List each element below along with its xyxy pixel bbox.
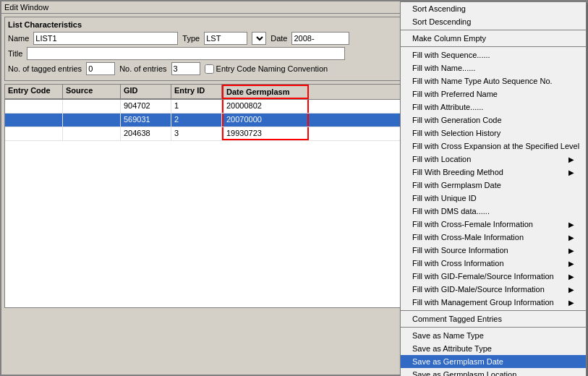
cell-source xyxy=(63,114,121,127)
naming-checkbox-label[interactable]: Entry Code Naming Convention xyxy=(205,64,328,74)
type-select[interactable]: ▼ xyxy=(252,32,266,45)
date-label: Date xyxy=(270,34,287,43)
menu-sort-descending[interactable]: Sort Descending xyxy=(401,15,586,28)
menu-label: Make Column Empty xyxy=(412,34,486,43)
submenu-arrow: ▶ xyxy=(568,299,574,307)
submenu-arrow: ▶ xyxy=(568,168,574,176)
menu-label: Fill with Unique ID xyxy=(412,194,477,202)
menu-label: Fill with Management Group Information xyxy=(412,298,554,307)
menu-fill-gid-female[interactable]: Fill with GID-Female/Source Information … xyxy=(401,270,586,283)
menu-fill-selection-history[interactable]: Fill with Selection History xyxy=(401,127,586,140)
menu-label: Fill With Breeding Method xyxy=(412,168,503,176)
menu-label: Sort Descending xyxy=(412,17,471,26)
type-input[interactable] xyxy=(204,32,247,45)
edit-window: Edit Window List Characteristics Name Ty… xyxy=(0,0,588,376)
type-label: Type xyxy=(182,34,200,43)
menu-label: Fill with Cross Expansion at the Specifi… xyxy=(412,142,579,150)
context-menu: Sort Ascending Sort Descending Make Colu… xyxy=(400,1,587,376)
submenu-arrow: ▶ xyxy=(568,234,574,242)
menu-label: Fill with GID-Male/Source Information xyxy=(412,285,545,294)
menu-fill-cross-info[interactable]: Fill with Cross Information ▶ xyxy=(401,257,586,270)
menu-label: Fill with Source Information xyxy=(412,246,508,255)
title-input[interactable] xyxy=(27,47,345,60)
menu-label: Fill with Cross Information xyxy=(412,259,504,268)
menu-label: Fill with Name...... xyxy=(412,64,475,72)
name-input[interactable] xyxy=(33,32,178,45)
menu-fill-preferred-name[interactable]: Fill with Preferred Name xyxy=(401,87,586,101)
menu-sort-ascending[interactable]: Sort Ascending xyxy=(401,2,586,15)
menu-fill-germplasm-date[interactable]: Fill with Germplasm Date xyxy=(401,179,586,192)
menu-label: Save as Germplasm Location xyxy=(412,370,516,376)
submenu-arrow: ▶ xyxy=(568,260,574,268)
separator xyxy=(401,46,586,47)
menu-fill-attribute[interactable]: Fill with Attribute...... xyxy=(401,101,586,114)
menu-label: Fill with Attribute...... xyxy=(412,103,483,111)
menu-label: Fill with GID-Female/Source Information xyxy=(412,272,554,281)
cell-entry-id: 1 xyxy=(171,100,222,113)
menu-label: Save as Attribute Type xyxy=(412,344,492,353)
col-date-germplasm: Date Germplasm xyxy=(222,85,309,99)
separator xyxy=(401,327,586,328)
menu-label: Fill with Generation Code xyxy=(412,116,502,124)
menu-fill-breeding-method[interactable]: Fill With Breeding Method ▶ xyxy=(401,166,586,179)
menu-fill-cross-male[interactable]: Fill with Cross-Male Information ▶ xyxy=(401,231,586,244)
cell-gid: 904702 xyxy=(121,100,171,113)
menu-fill-unique-id[interactable]: Fill with Unique ID xyxy=(401,192,586,205)
separator xyxy=(401,30,586,30)
menu-label: Fill with Germplasm Date xyxy=(412,181,501,189)
menu-fill-generation-code[interactable]: Fill with Generation Code xyxy=(401,114,586,127)
cell-date-germplasm: 20070000 xyxy=(222,114,309,127)
menu-label: Save as Name Type xyxy=(412,331,484,340)
date-input[interactable] xyxy=(291,32,349,45)
submenu-arrow: ▶ xyxy=(568,273,574,281)
menu-fill-name[interactable]: Fill with Name...... xyxy=(401,61,586,74)
cell-entry-code xyxy=(5,100,63,113)
cell-entry-code xyxy=(5,114,63,127)
menu-label: Comment Tagged Entries xyxy=(412,315,502,323)
menu-save-germplasm-location[interactable]: Save as Germplasm Location xyxy=(401,368,586,376)
menu-fill-dms[interactable]: Fill with DMS data...... xyxy=(401,205,586,218)
cell-gid: 569031 xyxy=(121,114,171,127)
menu-make-column-empty[interactable]: Make Column Empty xyxy=(401,32,586,45)
menu-fill-location[interactable]: Fill with Location ▶ xyxy=(401,153,586,166)
col-source: Source xyxy=(63,85,121,99)
menu-label: Fill with Selection History xyxy=(412,129,500,137)
menu-comment-tagged[interactable]: Comment Tagged Entries xyxy=(401,312,586,325)
menu-fill-sequence[interactable]: Fill with Sequence...... xyxy=(401,48,586,61)
menu-fill-cross-expansion[interactable]: Fill with Cross Expansion at the Specifi… xyxy=(401,140,586,153)
cell-date-germplasm: 19930723 xyxy=(222,127,309,140)
menu-save-attribute-type[interactable]: Save as Attribute Type xyxy=(401,342,586,355)
name-label: Name xyxy=(8,34,29,43)
menu-label: Fill with Cross-Male Information xyxy=(412,233,524,242)
col-entry-code: Entry Code xyxy=(5,85,63,99)
main-content: Entry Code Source GID Entry ID Date Germ… xyxy=(4,84,584,308)
menu-save-germplasm-date[interactable]: Save as Germplasm Date xyxy=(401,355,586,368)
cell-entry-id: 2 xyxy=(171,114,222,127)
submenu-arrow: ▶ xyxy=(568,286,574,294)
submenu-arrow: ▶ xyxy=(568,155,574,163)
col-gid: GID xyxy=(121,85,171,99)
menu-fill-source-info[interactable]: Fill with Source Information ▶ xyxy=(401,244,586,257)
cell-gid: 204638 xyxy=(121,127,171,140)
menu-label: Fill with Sequence...... xyxy=(412,51,490,59)
entries-input[interactable] xyxy=(171,62,200,75)
menu-label: Fill with Preferred Name xyxy=(412,90,498,98)
cell-date-germplasm: 20000802 xyxy=(222,100,309,113)
menu-label: Fill with Name Type Auto Sequence No. xyxy=(412,77,553,85)
menu-label: Fill with Location xyxy=(412,155,471,163)
submenu-arrow: ▶ xyxy=(568,247,574,255)
cell-entry-code xyxy=(5,127,63,140)
tagged-input[interactable] xyxy=(86,62,115,75)
submenu-arrow: ▶ xyxy=(568,221,574,228)
cell-source xyxy=(63,127,121,140)
menu-fill-name-type-auto[interactable]: Fill with Name Type Auto Sequence No. xyxy=(401,74,586,87)
menu-fill-management-group[interactable]: Fill with Management Group Information ▶ xyxy=(401,296,586,309)
menu-save-name-type[interactable]: Save as Name Type xyxy=(401,329,586,342)
menu-fill-gid-male[interactable]: Fill with GID-Male/Source Information ▶ xyxy=(401,283,586,296)
naming-label: Entry Code Naming Convention xyxy=(216,64,328,73)
menu-fill-cross-female[interactable]: Fill with Cross-Female Information ▶ xyxy=(401,218,586,231)
naming-checkbox[interactable] xyxy=(205,64,214,74)
menu-label: Save as Germplasm Date xyxy=(412,357,503,366)
entries-label: No. of entries xyxy=(119,64,166,73)
title-label: Title xyxy=(8,49,22,58)
